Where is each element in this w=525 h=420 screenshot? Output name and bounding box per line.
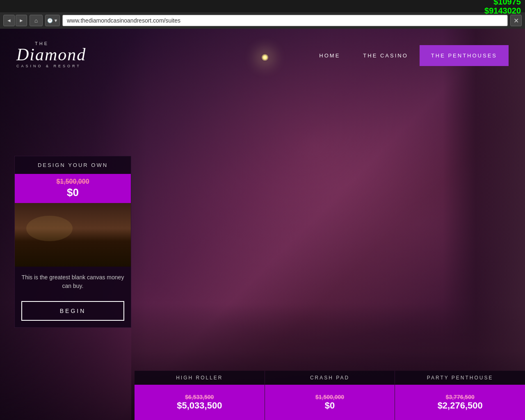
left-panel: DESIGN YOUR OWN $1,500,000 $0 This is th… — [14, 156, 131, 328]
url-text: www.thediamondcasinoandresort.com/suites — [67, 17, 180, 24]
crash-pad-sale-price: $0 — [325, 400, 335, 411]
high-roller-card[interactable]: HIGH ROLLER $6,533,500 $5,033,500 — [135, 371, 265, 420]
begin-button[interactable]: BEGIN — [21, 301, 124, 321]
card-description: This is the greatest blank canvas money … — [15, 267, 131, 297]
party-penthouse-sale-price: $2,276,500 — [438, 400, 483, 411]
forward-button[interactable]: ► — [16, 15, 27, 26]
browser-nav-bar: ◄ ► ⌂ 🕐 ▼ www.thediamondcasinoandresort.… — [0, 12, 525, 29]
crash-pad-title: CRASH PAD — [265, 371, 395, 385]
sale-price: $0 — [21, 186, 124, 199]
party-penthouse-card[interactable]: PARTY PENTHOUSE $3,776,500 $2,276,500 — [395, 371, 525, 420]
nav-home[interactable]: HOME — [308, 45, 352, 66]
nav-casino[interactable]: THE CASINO — [352, 45, 419, 66]
high-roller-price-block: $6,533,500 $5,033,500 — [135, 385, 265, 420]
close-button[interactable]: ✕ — [510, 15, 522, 26]
home-icon: ⌂ — [34, 17, 38, 24]
card-title: DESIGN YOUR OWN — [15, 156, 131, 174]
logo-subtitle: CASINO & RESORT — [16, 64, 86, 68]
dropdown-arrow: ▼ — [54, 18, 58, 23]
bottom-cards: HIGH ROLLER $6,533,500 $5,033,500 CRASH … — [135, 371, 525, 420]
party-penthouse-title: PARTY PENTHOUSE — [395, 371, 525, 385]
party-penthouse-price-block: $3,776,500 $2,276,500 — [395, 385, 525, 420]
price-block: $1,500,000 $0 — [15, 174, 131, 203]
original-price: $1,500,000 — [21, 178, 124, 185]
high-roller-original-price: $6,533,500 — [185, 394, 214, 400]
room-sim — [15, 203, 131, 267]
crash-pad-original-price: $1,500,000 — [315, 394, 344, 400]
crash-pad-price-block: $1,500,000 $0 — [265, 385, 395, 420]
party-penthouse-original-price: $3,776,500 — [446, 394, 475, 400]
money-line1: $10975 — [493, 0, 521, 6]
money-display: $10975 $9143020 — [484, 0, 521, 15]
home-button[interactable]: ⌂ — [30, 15, 43, 26]
design-your-own-card: DESIGN YOUR OWN $1,500,000 $0 This is th… — [14, 156, 131, 328]
back-button[interactable]: ◄ — [3, 15, 15, 26]
browser-top-bar: $10975 $9143020 — [0, 0, 525, 12]
high-roller-title: HIGH ROLLER — [135, 371, 265, 385]
site-nav: HOME THE CASINO THE PENTHOUSES — [308, 45, 509, 66]
crash-pad-card[interactable]: CRASH PAD $1,500,000 $0 — [265, 371, 395, 420]
money-line2: $9143020 — [484, 6, 521, 15]
card-image — [15, 203, 131, 267]
nav-back-forward-group: ◄ ► — [3, 15, 27, 26]
site-logo: THE Diamond CASINO & RESORT — [16, 41, 86, 68]
high-roller-sale-price: $5,033,500 — [177, 400, 222, 411]
url-bar[interactable]: www.thediamondcasinoandresort.com/suites — [62, 15, 508, 26]
nav-penthouses[interactable]: THE PENTHOUSES — [420, 45, 509, 66]
logo-diamond-text: Diamond — [16, 46, 86, 63]
clock-icon: 🕐 — [47, 18, 53, 23]
page-content: THE Diamond CASINO & RESORT HOME THE CAS… — [0, 29, 525, 420]
site-header: THE Diamond CASINO & RESORT HOME THE CAS… — [0, 29, 525, 119]
history-button[interactable]: 🕐 ▼ — [45, 15, 60, 26]
